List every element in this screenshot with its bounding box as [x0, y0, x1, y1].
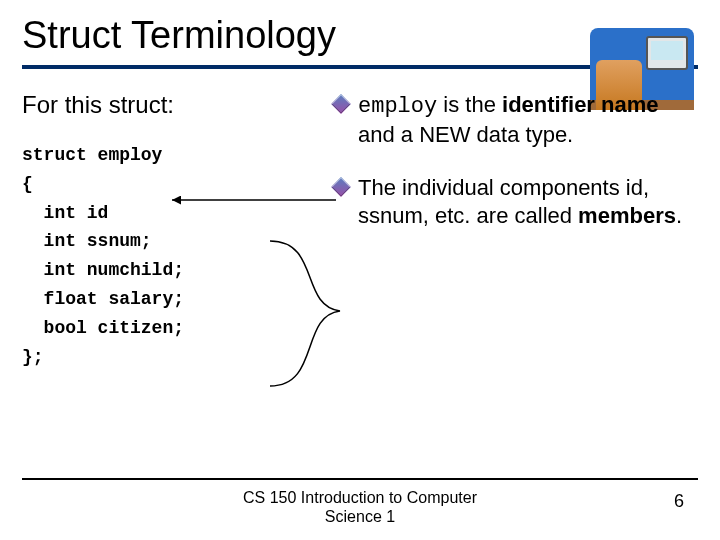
subtitle: For this struct:	[22, 91, 322, 119]
diamond-bullet-icon	[331, 177, 351, 197]
diamond-bullet-icon	[331, 94, 351, 114]
bullet-2-text: The individual components id, ssnum, etc…	[358, 174, 698, 229]
text-span: .	[676, 203, 682, 228]
footer-text: CS 150 Introduction to Computer Science …	[220, 488, 500, 526]
footer-rule	[22, 478, 698, 480]
inline-code: employ	[358, 94, 437, 119]
code-line: int id	[22, 203, 108, 223]
code-block: struct employ { int id int ssnum; int nu…	[22, 141, 322, 371]
code-line: float salary;	[22, 289, 184, 309]
code-line: struct employ	[22, 145, 162, 165]
code-line: };	[22, 347, 44, 367]
page-number: 6	[674, 491, 684, 512]
bullet-1-text: employ is the identifier name and a NEW …	[358, 91, 698, 148]
text-span: and a NEW data type.	[358, 122, 573, 147]
left-column: For this struct: struct employ { int id …	[22, 91, 322, 371]
code-line: int numchild;	[22, 260, 184, 280]
content-area: For this struct: struct employ { int id …	[0, 69, 720, 371]
bold-text: members	[578, 203, 676, 228]
bullet-2: The individual components id, ssnum, etc…	[332, 174, 698, 229]
text-span: is the	[437, 92, 502, 117]
right-column: employ is the identifier name and a NEW …	[332, 91, 698, 371]
code-line: int ssnum;	[22, 231, 152, 251]
code-line: bool citizen;	[22, 318, 184, 338]
bullet-1: employ is the identifier name and a NEW …	[332, 91, 698, 148]
code-line: {	[22, 174, 33, 194]
bold-text: identifier name	[502, 92, 658, 117]
